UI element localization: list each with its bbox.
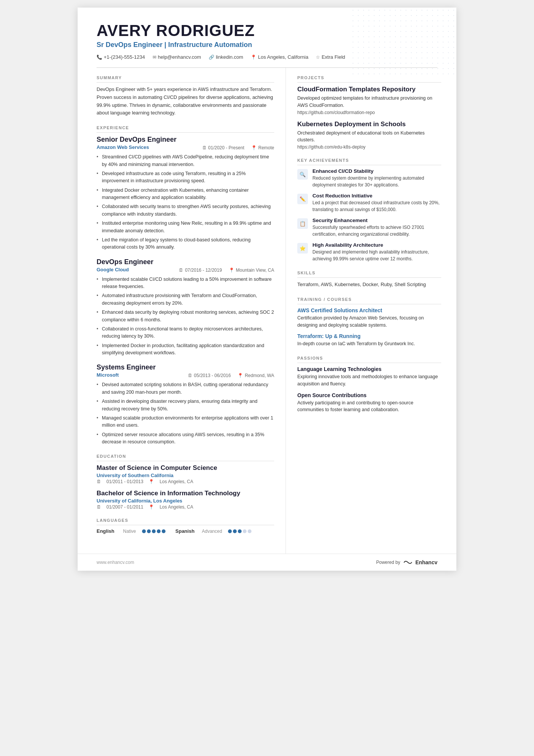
bullet-3-2: Assisted in developing disaster recovery… <box>97 398 274 413</box>
bullet-2-5: Implemented Docker in production, facili… <box>97 342 274 357</box>
footer-brand: Powered by Enhancv <box>376 559 437 565</box>
contact-location: 📍 Los Angeles, California <box>251 54 308 60</box>
edu-entry-2: Bachelor of Science in Information Techn… <box>97 490 274 510</box>
project-entry-1: CloudFormation Templates Repository Deve… <box>297 86 441 115</box>
location-icon-1: 📍 <box>251 145 257 150</box>
education-section: EDUCATION Master of Science in Computer … <box>97 454 274 510</box>
dot-s1 <box>228 529 232 533</box>
edu-location-icon-2: 📍 <box>148 504 154 510</box>
bullet-2-4: Collaborated in cross-functional teams t… <box>97 326 274 340</box>
left-column: SUMMARY DevOps Engineer with 5+ years ex… <box>78 68 286 554</box>
edu-calendar-icon-2: 🗓 <box>97 504 101 510</box>
achievement-desc-1: Reduced system downtime by implementing … <box>312 175 441 188</box>
summary-section: SUMMARY DevOps Engineer with 5+ years ex… <box>97 75 274 117</box>
edu-school-2: University of California, Los Angeles <box>97 498 274 504</box>
bullet-2-1: Implemented scalable CI/CD solutions lea… <box>97 276 274 291</box>
achievement-content-1: Enhanced CI/CD Stability Reduced system … <box>312 168 441 188</box>
language-entry-english: English Native Spanish Advanced <box>97 528 274 534</box>
achievement-content-2: Cost Reduction Initiative Led a project … <box>312 193 441 213</box>
dot-4 <box>157 529 161 533</box>
job-title-1: Senior DevOps Engineer <box>97 136 274 144</box>
achievement-4: ⭐ High Availability Architecture Designe… <box>297 242 441 262</box>
achievement-content-4: High Availability Architecture Designed … <box>312 242 441 262</box>
achievement-1: 🔍 Enhanced CI/CD Stability Reduced syste… <box>297 168 441 188</box>
link-icon: 🔗 <box>209 55 214 60</box>
calendar-icon-2: 🗓 <box>179 268 183 273</box>
languages-title: LANGUAGES <box>97 518 274 525</box>
header-section: AVERY RODRIGUEZ Sr DevOps Engineer | Inf… <box>78 8 456 67</box>
bullet-3-1: Devised automated scripting solutions in… <box>97 381 274 396</box>
location-icon-2: 📍 <box>229 268 234 273</box>
job-location-1: 📍 Remote <box>251 145 274 150</box>
achievement-icon-2: ✏️ <box>297 194 308 204</box>
bullet-3-3: Managed scalable production environments… <box>97 415 274 429</box>
job-meta-3: 🗓 05/2013 - 06/2016 📍 Redmond, WA <box>188 373 274 378</box>
achievement-desc-2: Led a project that decreased cloud infra… <box>312 199 441 213</box>
summary-text: DevOps Engineer with 5+ years experience… <box>97 86 274 117</box>
contact-extra: ☆ Extra Field <box>316 54 345 60</box>
passion-desc-1: Exploring innovative tools and methodolo… <box>297 373 441 388</box>
job-bullets-2: Implemented scalable CI/CD solutions lea… <box>97 276 274 357</box>
email-icon: ✉ <box>153 55 156 60</box>
passion-entry-1: Language Learning Technologies Exploring… <box>297 366 441 388</box>
bullet-1-6: Led the migration of legacy systems to c… <box>97 236 274 251</box>
dot-s2 <box>233 529 237 533</box>
bullet-1-2: Developed infrastructure as code using T… <box>97 170 274 185</box>
passion-name-1: Language Learning Technologies <box>297 366 441 372</box>
bullet-1-4: Collaborated with security teams to stre… <box>97 203 274 218</box>
job-title-2: DevOps Engineer <box>97 258 274 266</box>
contact-bar: 📞 +1-(234)-555-1234 ✉ help@enhancv.com 🔗… <box>97 54 437 60</box>
location-icon: 📍 <box>251 55 256 60</box>
achievements-title: KEY ACHIEVEMENTS <box>297 158 441 165</box>
projects-section: PROJECTS CloudFormation Templates Reposi… <box>297 75 441 150</box>
edu-meta-1: 🗓 01/2011 - 01/2013 📍 Los Angeles, CA <box>97 479 274 484</box>
bullet-1-1: Streamlined CI/CD pipelines with AWS Cod… <box>97 153 274 168</box>
edu-calendar-icon-1: 🗓 <box>97 479 101 484</box>
company-name-3: Microsoft <box>97 372 119 378</box>
job-location-3: 📍 Redmond, WA <box>237 373 274 378</box>
job-dates-2: 🗓 07/2016 - 12/2019 <box>179 268 222 273</box>
project-entry-2: Kubernetes Deployment in Schools Orchest… <box>297 121 441 150</box>
project-link-2: https://github.com/edu-k8s-deploy <box>297 144 441 150</box>
dot-5 <box>162 529 166 533</box>
training-name-2: Terraform: Up & Running <box>297 333 441 339</box>
passion-desc-2: Actively participating in and contributi… <box>297 399 441 414</box>
bullet-1-3: Integrated Docker orchestration with Kub… <box>97 187 274 202</box>
project-desc-2: Orchestrated deployment of educational t… <box>297 130 441 144</box>
calendar-icon-1: 🗓 <box>202 145 207 150</box>
enhancv-logo-icon <box>403 559 413 565</box>
dot-2 <box>147 529 151 533</box>
candidate-title: Sr DevOps Engineer | Infrastructure Auto… <box>97 41 437 49</box>
skills-text: Terraform, AWS, Kubernetes, Docker, Ruby… <box>297 281 441 289</box>
calendar-icon-3: 🗓 <box>188 373 192 378</box>
job-bullets-3: Devised automated scripting solutions in… <box>97 381 274 446</box>
achievement-icon-4: ⭐ <box>297 243 308 254</box>
location-icon-3: 📍 <box>237 373 243 378</box>
dot-s5 <box>248 529 251 533</box>
main-content: SUMMARY DevOps Engineer with 5+ years ex… <box>78 68 456 554</box>
training-desc-2: In-depth course on IaC with Terraform by… <box>297 340 441 347</box>
bullet-3-4: Optimized server resource allocations us… <box>97 431 274 446</box>
job-dates-3: 🗓 05/2013 - 06/2016 <box>188 373 231 378</box>
job-entry-1: Senior DevOps Engineer Amazon Web Servic… <box>97 136 274 251</box>
spanish-dots <box>228 529 251 533</box>
contact-email: ✉ help@enhancv.com <box>153 54 201 60</box>
achievement-content-3: Security Enhancement Successfully spearh… <box>312 218 441 238</box>
phone-icon: 📞 <box>97 55 102 60</box>
summary-title: SUMMARY <box>97 75 274 83</box>
project-title-1: CloudFormation Templates Repository <box>297 86 441 93</box>
job-entry-2: DevOps Engineer Google Cloud 🗓 07/2016 -… <box>97 258 274 357</box>
training-entry-1: AWS Certified Solutions Architect Certif… <box>297 307 441 329</box>
dot-s4 <box>243 529 247 533</box>
achievement-title-1: Enhanced CI/CD Stability <box>312 168 441 174</box>
edu-school-1: University of Southern California <box>97 473 274 478</box>
bullet-2-2: Automated infrastructure provisioning wi… <box>97 292 274 307</box>
job-dates-1: 🗓 01/2020 - Present <box>202 145 244 150</box>
edu-meta-2: 🗓 01/2007 - 01/2011 📍 Los Angeles, CA <box>97 504 274 510</box>
candidate-name: AVERY RODRIGUEZ <box>97 23 437 39</box>
passions-section: PASSIONS Language Learning Technologies … <box>297 356 441 413</box>
company-name-2: Google Cloud <box>97 267 129 272</box>
footer-website: www.enhancv.com <box>97 560 134 565</box>
dot-3 <box>152 529 156 533</box>
achievement-icon-3: 📋 <box>297 218 308 229</box>
